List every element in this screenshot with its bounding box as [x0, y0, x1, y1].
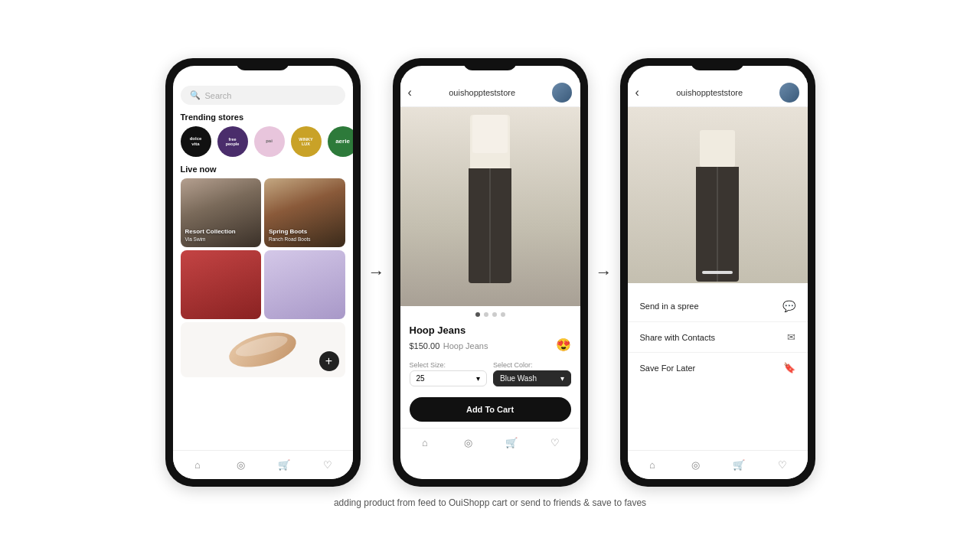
store-winky-lux[interactable]: WINKYLUX	[291, 126, 322, 157]
resort-label: Resort Collection Via Swim	[185, 228, 236, 243]
live-item-boots[interactable]: Spring Boots Ranch Road Boots	[264, 178, 345, 247]
store-paige[interactable]: pai	[254, 126, 285, 157]
nav-home-2[interactable]: ⌂	[417, 435, 433, 451]
nav-home[interactable]: ⌂	[190, 458, 205, 473]
size-select[interactable]: 25 ▾	[410, 370, 488, 386]
action-save-icon: 🔖	[783, 362, 795, 373]
nav-explore-2[interactable]: ◎	[461, 435, 476, 451]
jeans-figure	[459, 115, 521, 283]
pants	[469, 168, 511, 283]
notch-3	[691, 58, 744, 70]
phone-1: 🔍 Search Trending stores dolcevita freep…	[165, 58, 361, 487]
store-dolce-vita[interactable]: dolcevita	[181, 126, 211, 157]
nav-profile-2[interactable]: ♡	[547, 435, 563, 451]
notch-1	[236, 58, 289, 70]
action-spree-icon: 💬	[782, 300, 795, 312]
pull-handle[interactable]	[702, 271, 733, 274]
color-select[interactable]: Blue Wash ▾	[493, 370, 571, 386]
color-label: Select Color:	[493, 361, 571, 369]
color-select-group: Select Color: Blue Wash ▾	[493, 361, 571, 386]
dot-3[interactable]	[492, 312, 497, 317]
phone-3-screen: ‹ ouishoppteststore Send in a spree	[628, 66, 808, 479]
user-avatar-3[interactable]	[779, 83, 799, 103]
product-info: Hoop Jeans $150.00 Hoop Jeans 😍	[400, 320, 580, 357]
phone-2: ‹ ouishoppteststore	[393, 58, 588, 487]
boots-label: Spring Boots Ranch Road Boots	[269, 228, 311, 243]
store-aerie[interactable]: aerie	[328, 126, 353, 157]
action-spree-label: Send in a spree	[640, 302, 699, 311]
live-now-title: Live now	[173, 163, 353, 178]
store-title-2: ouishoppteststore	[449, 88, 515, 97]
action-save-label: Save For Later	[640, 364, 696, 373]
back-button-2[interactable]: ‹	[408, 86, 412, 99]
nav-cart-3[interactable]: 🛒	[731, 458, 746, 473]
arrow-1: →	[368, 262, 385, 282]
search-icon: 🔍	[190, 90, 201, 100]
nav-explore-3[interactable]: ◎	[688, 458, 704, 473]
shoe-cell: +	[181, 322, 345, 377]
shoe-image	[225, 326, 299, 373]
product-emoji: 😍	[556, 337, 571, 352]
nav-home-3[interactable]: ⌂	[645, 458, 660, 473]
torso	[470, 115, 510, 168]
live-grid: Resort Collection Via Swim Spring Boots …	[173, 178, 353, 319]
dot-2[interactable]	[484, 312, 488, 317]
user-avatar-2[interactable]	[552, 83, 572, 103]
store-title-3: ouishoppteststore	[676, 88, 743, 97]
phone-1-screen: 🔍 Search Trending stores dolcevita freep…	[173, 66, 353, 479]
live-item-dress[interactable]	[181, 250, 262, 319]
phone-2-header: ‹ ouishoppteststore	[400, 78, 580, 107]
dot-1[interactable]	[475, 312, 480, 317]
size-select-group: Select Size: 25 ▾	[410, 361, 488, 386]
live-item-leggings[interactable]	[264, 250, 345, 319]
action-contacts[interactable]: Share with Contacts ✉	[628, 322, 808, 353]
top	[472, 115, 508, 153]
trending-title: Trending stores	[173, 109, 353, 126]
bottom-nav-1: ⌂ ◎ 🛒 ♡	[173, 450, 353, 479]
action-save[interactable]: Save For Later 🔖	[628, 353, 808, 383]
product-image-3	[628, 107, 808, 283]
jeans-figure-3	[687, 130, 748, 283]
bottom-nav-3: ⌂ ◎ 🛒 ♡	[628, 450, 808, 479]
footer-caption: adding product from feed to OuiShopp car…	[334, 497, 646, 508]
nav-explore[interactable]: ◎	[234, 458, 249, 473]
image-dots	[400, 306, 580, 320]
nav-cart[interactable]: 🛒	[276, 458, 292, 473]
add-to-cart-button[interactable]: Add To Cart	[410, 397, 571, 422]
trending-stores: dolcevita freepeople pai WINKYLUX aerie	[173, 126, 353, 163]
dot-4[interactable]	[501, 312, 505, 317]
nav-profile[interactable]: ♡	[320, 458, 335, 473]
arrow-2: →	[596, 262, 612, 282]
action-spree[interactable]: Send in a spree 💬	[628, 291, 808, 322]
action-contacts-label: Share with Contacts	[640, 333, 715, 342]
shoe-row: +	[173, 319, 353, 377]
app-container: 🔍 Search Trending stores dolcevita freep…	[0, 43, 980, 487]
phone-1-content: 🔍 Search Trending stores dolcevita freep…	[173, 66, 353, 450]
product-price-name: Hoop Jeans	[443, 341, 488, 350]
phone-2-screen: ‹ ouishoppteststore	[400, 66, 580, 479]
add-button[interactable]: +	[319, 351, 339, 371]
price-row: $150.00 Hoop Jeans 😍	[410, 337, 571, 352]
bottom-nav-2: ⌂ ◎ 🛒 ♡	[400, 428, 580, 457]
action-sheet: Send in a spree 💬 Share with Contacts ✉ …	[628, 283, 808, 450]
phone-3: ‹ ouishoppteststore Send in a spree	[620, 58, 815, 487]
notch-2	[463, 58, 517, 70]
action-contacts-icon: ✉	[787, 331, 795, 343]
phone-3-header: ‹ ouishoppteststore	[628, 78, 808, 107]
size-label: Select Size:	[410, 361, 488, 369]
live-item-resort[interactable]: Resort Collection Via Swim	[181, 178, 262, 247]
nav-profile-3[interactable]: ♡	[775, 458, 790, 473]
product-name: Hoop Jeans	[410, 324, 571, 336]
search-bar[interactable]: 🔍 Search	[181, 86, 345, 105]
back-button-3[interactable]: ‹	[635, 86, 639, 99]
store-free-people[interactable]: freepeople	[217, 126, 248, 157]
product-price: $150.00	[410, 341, 440, 350]
nav-cart-2[interactable]: 🛒	[504, 435, 519, 451]
product-image-2	[400, 107, 580, 306]
product-selects: Select Size: 25 ▾ Select Color: Blue Was…	[400, 357, 580, 391]
search-placeholder: Search	[205, 91, 232, 100]
